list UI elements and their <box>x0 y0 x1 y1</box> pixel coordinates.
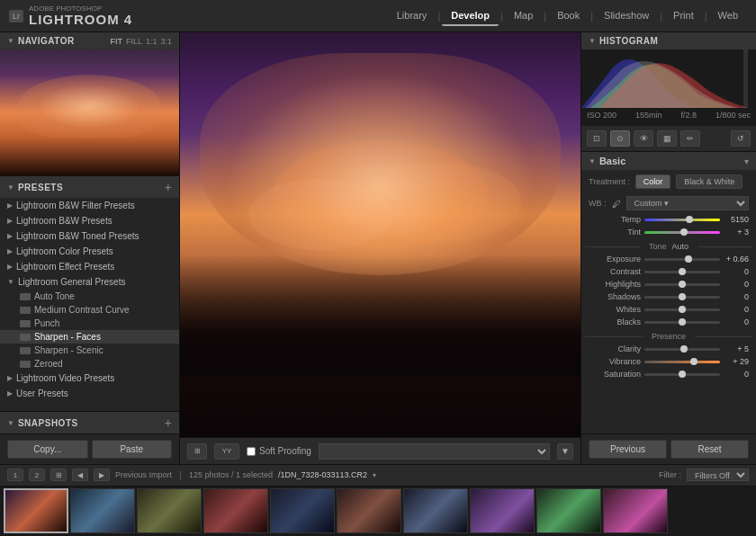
svg-rect-3 <box>743 49 748 108</box>
preset-icon <box>20 307 31 314</box>
preset-group-color-header[interactable]: ▶ Lightroom Color Presets <box>0 244 179 259</box>
basic-header[interactable]: ▼ Basic ▾ <box>581 152 756 170</box>
preset-icon <box>20 334 31 341</box>
zoom-fill[interactable]: FILL <box>126 37 142 46</box>
lr-badge: Lr <box>9 10 23 22</box>
zoom-3to1[interactable]: 3:1 <box>160 37 172 46</box>
shadows-value: 0 <box>724 292 749 301</box>
zoom-dropdown[interactable] <box>319 443 550 460</box>
preset-sharpen-scenic[interactable]: Sharpen - Scenic <box>0 344 179 357</box>
presets-add-btn[interactable]: + <box>165 180 172 194</box>
shadows-slider-row: Shadows 0 <box>581 290 756 303</box>
preset-icon <box>20 320 31 327</box>
nav-develop[interactable]: Develop <box>442 6 499 26</box>
preset-group-bw-header[interactable]: ▶ Lightroom B&W Presets <box>0 213 179 228</box>
exposure-slider[interactable] <box>644 258 720 261</box>
hist-time: 155min <box>635 111 662 120</box>
preset-zeroed[interactable]: Zeroed <box>0 357 179 371</box>
clarity-slider[interactable] <box>644 348 720 351</box>
auto-tone-btn[interactable]: Auto <box>672 242 689 251</box>
navigator-header[interactable]: ▼ Navigator FIT FILL 1:1 3:1 <box>0 32 179 49</box>
temp-slider[interactable] <box>644 219 720 221</box>
filmstrip-thumb-6[interactable] <box>403 488 468 533</box>
preset-group-bwfilter-header[interactable]: ▶ Lightroom B&W Filter Presets <box>0 198 179 213</box>
red-eye-tool[interactable]: 👁 <box>634 130 653 147</box>
tint-slider[interactable] <box>644 231 720 234</box>
presets-section: ▼ Presets + ▶ Lightroom B&W Filter Prese… <box>0 176 179 411</box>
hist-aperture: f/2.8 <box>680 111 697 120</box>
nav-map[interactable]: Map <box>505 6 542 26</box>
filmstrip-next-btn[interactable]: ▶ <box>94 469 110 481</box>
preset-punch[interactable]: Punch <box>0 317 179 330</box>
preset-group-effect-header[interactable]: ▶ Lightroom Effect Presets <box>0 259 179 274</box>
filmstrip-grid-btn[interactable]: ⊞ <box>50 469 67 481</box>
preset-sharpen-faces[interactable]: Sharpen - Faces <box>0 330 179 344</box>
highlights-slider[interactable] <box>644 283 720 286</box>
preset-punch-label: Punch <box>34 318 59 328</box>
wb-select[interactable]: Custom ▾ As Shot Auto Daylight Cloudy Sh… <box>626 196 750 210</box>
preset-group-bwtoned-header[interactable]: ▶ Lightroom B&W Toned Presets <box>0 228 179 244</box>
contrast-slider[interactable] <box>644 271 720 273</box>
filmstrip-thumb-0[interactable] <box>4 488 68 533</box>
soft-proofing-checkbox[interactable] <box>247 447 256 456</box>
histogram-header[interactable]: ▼ Histogram <box>581 32 756 49</box>
filmstrip-view-1[interactable]: 1 <box>7 469 23 481</box>
nav-print[interactable]: Print <box>664 6 703 26</box>
crop-tool[interactable]: ⊡ <box>587 130 607 147</box>
color-treatment-btn[interactable]: Color <box>635 174 671 189</box>
snapshots-header[interactable]: ▼ Snapshots + <box>0 411 179 433</box>
blacks-slider[interactable] <box>644 321 720 324</box>
filmstrip: 1 2 ⊞ ◀ ▶ Previous Import | 125 photos /… <box>0 464 756 536</box>
selected-file-dropdown[interactable]: ▾ <box>373 471 376 479</box>
preset-group-video-header[interactable]: ▶ Lightroom Video Presets <box>0 371 179 386</box>
paste-button[interactable]: Paste <box>92 440 173 459</box>
copy-button[interactable]: Copy... <box>7 440 88 459</box>
filmstrip-view-2[interactable]: 2 <box>29 469 45 481</box>
filmstrip-import-label: Previous Import <box>115 470 172 479</box>
view-loupe-btn[interactable]: ⊞ <box>187 443 207 460</box>
preset-auto-tone[interactable]: Auto Tone <box>0 290 179 303</box>
history-btn[interactable]: ↺ <box>731 130 751 147</box>
nav-web[interactable]: Web <box>709 6 747 26</box>
filmstrip-thumb-2[interactable] <box>137 488 202 533</box>
filmstrip-thumb-3[interactable] <box>203 488 268 533</box>
filmstrip-filter-label: Filter : <box>659 470 681 479</box>
saturation-slider[interactable] <box>644 373 720 376</box>
contrast-value: 0 <box>724 267 749 276</box>
view-grid-btn[interactable]: YY <box>214 443 239 460</box>
preset-group-general-header[interactable]: ▼ Lightroom General Presets <box>0 274 179 290</box>
shadows-slider[interactable] <box>644 296 720 299</box>
navigator-title: Navigator <box>18 36 75 46</box>
whites-slider-row: Whites 0 <box>581 303 756 316</box>
nav-library[interactable]: Library <box>388 6 436 26</box>
nav-divider-4: | <box>590 6 593 26</box>
whites-slider[interactable] <box>644 308 720 311</box>
reset-button[interactable]: Reset <box>670 440 749 459</box>
preset-group-user-header[interactable]: ▶ User Presets <box>0 386 179 401</box>
filmstrip-thumb-8[interactable] <box>536 488 601 533</box>
preset-medium-contrast[interactable]: Medium Contrast Curve <box>0 303 179 317</box>
expand-button[interactable]: ▼ <box>557 443 573 460</box>
graduated-filter-tool[interactable]: ▦ <box>657 130 677 147</box>
snapshots-add-btn[interactable]: + <box>165 415 172 430</box>
bw-treatment-btn[interactable]: Black & White <box>676 174 742 189</box>
presets-header[interactable]: ▼ Presets + <box>0 176 179 198</box>
previous-button[interactable]: Previous <box>589 440 667 459</box>
spot-removal-tool[interactable]: ⊙ <box>610 130 630 147</box>
adjustment-brush-tool[interactable]: ✏ <box>680 130 700 147</box>
filmstrip-thumb-7[interactable] <box>470 488 535 533</box>
filmstrip-thumb-4[interactable] <box>270 488 335 533</box>
preset-group-user-label: User Presets <box>16 389 68 398</box>
zoom-fit[interactable]: FIT <box>110 37 122 46</box>
nav-book[interactable]: Book <box>548 6 589 26</box>
filmstrip-thumb-1[interactable] <box>70 488 135 533</box>
nav-slideshow[interactable]: Slideshow <box>595 6 658 26</box>
zoom-1to1[interactable]: 1:1 <box>146 37 158 46</box>
contrast-label: Contrast <box>589 267 641 276</box>
filmstrip-thumb-9[interactable] <box>603 488 668 533</box>
filmstrip-prev-btn[interactable]: ◀ <box>72 469 88 481</box>
filmstrip-thumb-5[interactable] <box>337 488 401 533</box>
filmstrip-filter-select[interactable]: Filters Off <box>687 469 749 481</box>
wb-eyedropper-tool[interactable]: 🖊 <box>610 197 623 210</box>
vibrance-slider[interactable] <box>644 361 720 363</box>
